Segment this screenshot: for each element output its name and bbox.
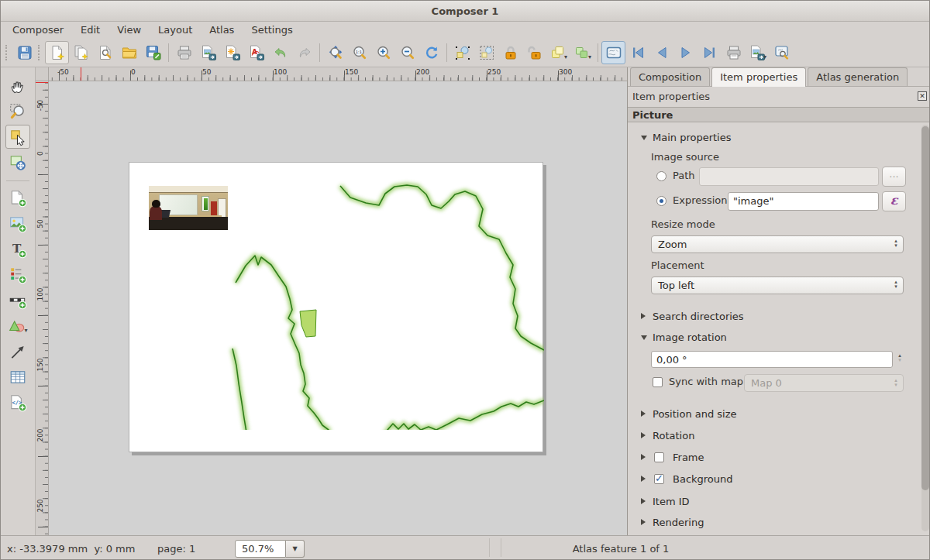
toolbar-grip[interactable] <box>5 45 9 60</box>
atlas-next-button[interactable] <box>673 41 698 64</box>
expand-arrow-icon[interactable] <box>641 411 646 417</box>
section-rendering[interactable]: Rendering <box>653 517 704 528</box>
menu-atlas[interactable]: Atlas <box>201 22 243 37</box>
zoom-out-button[interactable] <box>395 41 419 64</box>
zoom-actual-button[interactable]: 1:1 <box>347 41 371 64</box>
pan-tool-button[interactable] <box>5 74 30 98</box>
sync-with-map-checkbox[interactable] <box>653 377 663 387</box>
background-checkbox[interactable] <box>654 474 664 484</box>
section-position-and-size[interactable]: Position and size <box>653 408 737 420</box>
new-composition-button[interactable] <box>45 41 69 64</box>
add-label-button[interactable]: T <box>5 237 30 261</box>
add-arrow-button[interactable] <box>5 339 30 363</box>
duplicate-composition-button[interactable] <box>69 41 93 64</box>
add-shape-button[interactable]: ▾ <box>5 314 30 338</box>
atlas-preview-button[interactable] <box>601 41 625 64</box>
composition-manager-button[interactable] <box>93 41 117 64</box>
print-atlas-button[interactable] <box>722 41 746 64</box>
expand-arrow-icon[interactable] <box>641 432 646 438</box>
title-bar[interactable]: Composer 1 <box>1 1 929 22</box>
tab-atlas-generation[interactable]: Atlas generation <box>808 67 908 86</box>
atlas-first-button[interactable] <box>625 41 649 64</box>
combo-arrows-icon[interactable]: ▴▾ <box>891 280 901 289</box>
dropdown-arrow-icon[interactable]: ▾ <box>564 53 567 64</box>
picture-item[interactable] <box>149 186 228 230</box>
frame-checkbox[interactable] <box>654 452 664 462</box>
atlas-last-button[interactable] <box>698 41 722 64</box>
rotation-spinbox[interactable]: 0,00 ° <box>651 351 893 368</box>
menu-layout[interactable]: Layout <box>150 22 201 37</box>
collapse-arrow-icon[interactable] <box>641 335 647 340</box>
save-project-button[interactable] <box>12 41 36 64</box>
collapse-arrow-icon[interactable] <box>641 136 647 140</box>
expand-arrow-icon[interactable] <box>641 498 646 504</box>
atlas-settings-button[interactable] <box>770 41 794 64</box>
redo-button[interactable] <box>292 41 316 64</box>
spin-arrows-icon[interactable]: ▴▾ <box>895 353 904 362</box>
menu-view[interactable]: View <box>108 22 150 37</box>
section-rotation[interactable]: Rotation <box>653 430 694 441</box>
raise-items-button[interactable]: ▾ <box>546 41 570 64</box>
add-legend-button[interactable] <box>5 263 30 287</box>
export-svg-button[interactable] <box>220 41 244 64</box>
atlas-prev-button[interactable] <box>649 41 673 64</box>
sync-map-select[interactable]: Map 0 <box>744 374 904 392</box>
composition-canvas[interactable] <box>49 81 627 535</box>
add-new-map-button[interactable] <box>5 186 30 210</box>
dropdown-arrow-icon[interactable]: ▾ <box>24 327 27 337</box>
print-button[interactable] <box>172 41 196 64</box>
panel-scrollbar[interactable] <box>921 125 929 531</box>
section-main-properties[interactable]: Main properties <box>653 132 732 143</box>
section-item-id[interactable]: Item ID <box>653 496 690 507</box>
lock-items-button[interactable] <box>498 41 522 64</box>
path-radio[interactable] <box>656 171 666 181</box>
zoom-tool-button[interactable] <box>5 99 30 123</box>
select-items-button[interactable] <box>450 41 474 64</box>
zoom-full-button[interactable] <box>323 41 347 64</box>
browse-button[interactable]: ... <box>882 167 906 187</box>
select-move-item-button[interactable] <box>5 125 30 149</box>
scrollbar-thumb[interactable] <box>921 126 929 490</box>
refresh-button[interactable] <box>419 41 443 64</box>
unlock-items-button[interactable] <box>522 41 546 64</box>
add-scalebar-button[interactable] <box>5 288 30 312</box>
toolbar-grip[interactable] <box>38 45 42 60</box>
menu-composer[interactable]: Composer <box>4 22 72 37</box>
close-panel-icon[interactable]: ✕ <box>918 91 927 101</box>
add-html-button[interactable]: </> <box>5 390 30 414</box>
deselect-items-button[interactable] <box>474 41 498 64</box>
resize-mode-select[interactable]: Zoom <box>651 235 904 253</box>
section-background[interactable]: Background <box>673 473 733 485</box>
menu-settings[interactable]: Settings <box>243 22 301 37</box>
combo-arrows-icon[interactable]: ▴▾ <box>891 239 901 248</box>
expand-arrow-icon[interactable] <box>641 454 646 460</box>
dropdown-arrow-icon[interactable]: ▾ <box>763 53 766 64</box>
export-pdf-button[interactable]: A <box>244 41 268 64</box>
undo-button[interactable] <box>268 41 292 64</box>
dropdown-arrow-icon[interactable]: ▾ <box>588 53 591 64</box>
export-image-button[interactable] <box>196 41 220 64</box>
tab-composition[interactable]: Composition <box>630 67 710 86</box>
expression-input[interactable]: "image" <box>728 192 879 211</box>
zoom-dropdown-icon[interactable]: ▼ <box>286 540 305 558</box>
zoom-in-button[interactable] <box>371 41 395 64</box>
expand-arrow-icon[interactable] <box>641 313 646 319</box>
export-atlas-button[interactable]: ▾ <box>746 41 770 64</box>
expand-arrow-icon[interactable] <box>641 476 646 482</box>
save-template-button[interactable] <box>141 41 165 64</box>
section-image-rotation[interactable]: Image rotation <box>653 332 727 343</box>
expand-arrow-icon[interactable] <box>641 519 646 525</box>
move-item-content-button[interactable] <box>5 150 30 174</box>
path-input[interactable] <box>699 167 879 186</box>
zoom-level-input[interactable]: 50.7% <box>235 540 286 558</box>
menu-edit[interactable]: Edit <box>72 22 108 37</box>
load-template-button[interactable] <box>117 41 141 64</box>
add-image-button[interactable] <box>5 211 30 235</box>
composition-page[interactable] <box>129 162 543 452</box>
align-items-button[interactable]: ▾ <box>570 41 594 64</box>
add-attribute-table-button[interactable] <box>5 365 30 389</box>
placement-select[interactable]: Top left <box>651 277 904 294</box>
section-search-directories[interactable]: Search directories <box>653 311 744 322</box>
expression-builder-button[interactable]: ε <box>882 191 906 211</box>
section-frame[interactable]: Frame <box>673 452 704 463</box>
